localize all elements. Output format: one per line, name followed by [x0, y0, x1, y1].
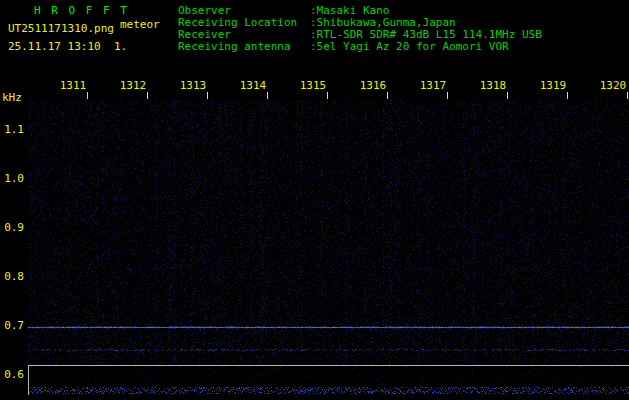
- time-tick-label: 1314: [236, 80, 270, 92]
- time-tick-label: 1318: [476, 80, 510, 92]
- freq-tick-label: 0.6: [0, 369, 24, 381]
- freq-tick-label: 1.1: [0, 124, 24, 136]
- time-tick-label: 1311: [56, 80, 90, 92]
- freq-tick-label: 0.7: [0, 320, 24, 332]
- time-tick-label: 1316: [356, 80, 390, 92]
- time-tick-label: 1313: [176, 80, 210, 92]
- spectrogram-canvas: [28, 100, 629, 365]
- info-label: Receiving antenna: [178, 41, 291, 53]
- time-tick-label: 1315: [296, 80, 330, 92]
- time-tick-mark: [267, 92, 268, 99]
- time-tick-mark: [87, 92, 88, 99]
- signal-level-canvas: [29, 366, 629, 395]
- time-tick-mark: [207, 92, 208, 99]
- datetime-label: 25.11.17 13:10 1.: [8, 41, 127, 53]
- time-tick-label: 1312: [116, 80, 150, 92]
- time-tick-mark: [567, 92, 568, 99]
- time-tick-mark: [327, 92, 328, 99]
- app-title: H R O F F T: [34, 5, 129, 17]
- time-tick-label: 1317: [416, 80, 450, 92]
- time-tick-mark: [627, 92, 628, 99]
- hrofft-screen: H R O F F T UT2511171310.png meteor 25.1…: [0, 0, 629, 400]
- time-tick-mark: [387, 92, 388, 99]
- time-tick-mark: [147, 92, 148, 99]
- info-value: :5el Yagi Az 20 for Aomori VOR: [310, 41, 509, 53]
- freq-tick-label: 0.9: [0, 222, 24, 234]
- freq-tick-label: 1.0: [0, 173, 24, 185]
- time-tick-label: 1320: [596, 80, 629, 92]
- filename-label: UT2511171310.png: [8, 23, 114, 35]
- time-tick-mark: [447, 92, 448, 99]
- freq-tick-label: 0.8: [0, 271, 24, 283]
- observer-tag: meteor: [120, 19, 160, 31]
- time-tick-mark: [507, 92, 508, 99]
- time-tick-label: 1319: [536, 80, 570, 92]
- freq-unit-label: kHz: [2, 92, 22, 104]
